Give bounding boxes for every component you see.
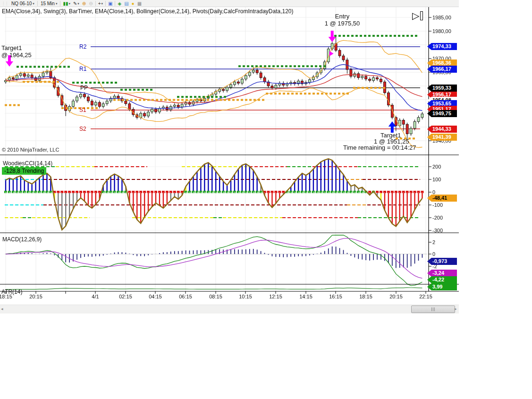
price-axis-tick: -100 (432, 202, 443, 208)
replay-marker[interactable]: ▷ (412, 11, 423, 20)
toolbar-separator (115, 1, 115, 6)
target1-top-annotation: Target1 @ 1964,25 (1, 44, 32, 59)
chevron-down-icon: ▾ (56, 0, 58, 7)
chart-trader-icon[interactable]: ▤ (123, 0, 130, 7)
crosshair-icon[interactable]: +▾ (97, 0, 104, 7)
bar-timer-label: Time remaining = 00:14:27 (343, 144, 416, 151)
zoom-in-icon[interactable]: ⊕ (81, 0, 87, 7)
target1-top-line2: @ 1964,25 (1, 51, 32, 59)
pivot-r2-label: R2 (79, 43, 86, 50)
time-axis-label: 06:15 (179, 294, 192, 299)
pivot-s1-label: S1 (79, 107, 86, 113)
time-axis-label: 20:15 (29, 294, 42, 299)
price-axis-tick: -300 (432, 228, 443, 233)
price-axis-tick: 0 (432, 189, 435, 195)
time-axis-label: 04:15 (149, 294, 162, 299)
cci-value-tag: -48,41 (427, 195, 457, 202)
chevron-down-icon: ▾ (33, 0, 34, 7)
entry-annotation: Entry 1 @ 1975,50 (312, 13, 373, 27)
copyright-text: © 2010 NinjaTrader, LLC (2, 147, 59, 153)
price-tag: 1949,75 (427, 110, 457, 117)
target1-top-line1: Target1 (1, 44, 32, 51)
chart-toolbar: ⋮⋮ NQ 06-10 ▾ 15 Min ▾ ▮▮▾✎▾⊕⊖+▾▣◈▤●▦ (0, 0, 459, 7)
atr-value-tag: 3,99 (427, 283, 457, 290)
toolbar-separator (95, 1, 96, 6)
account-icon[interactable]: ◈ (116, 0, 123, 7)
time-axis-label: 18:15 (0, 294, 12, 299)
price-tag: 1974,33 (427, 43, 457, 50)
pivot-s2-label: S2 (79, 126, 86, 132)
time-axis-label: 4/1 (92, 294, 99, 299)
time-axis-label: 18:15 (359, 294, 372, 299)
chart-window: ⋮⋮ NQ 06-10 ▾ 15 Min ▾ ▮▮▾✎▾⊕⊖+▾▣◈▤●▦ EM… (0, 0, 532, 399)
zoom-window-icon[interactable]: ▣ (107, 0, 114, 7)
price-axis-tick: 1985,00 (432, 15, 451, 20)
pause-bar-icon (420, 11, 423, 20)
macd-panel-label: MACD(12,26,9) (2, 236, 42, 243)
coin-icon[interactable]: ● (130, 0, 136, 7)
zoom-out-icon[interactable]: ⊖ (87, 0, 94, 7)
bar-style-icon[interactable]: ▮▮▾ (61, 0, 72, 7)
time-axis-label: 12:15 (269, 294, 282, 299)
macd-value-tag: -3,24 (427, 270, 457, 277)
price-axis-tick: 0 (432, 251, 435, 257)
price-tag: 1944,33 (427, 126, 457, 133)
toolbar-separator (60, 1, 60, 6)
macd-value-tag: -0,973 (427, 258, 457, 265)
horizontal-scrollbar[interactable]: ◂ ▸ (0, 305, 459, 314)
entry-line2: 1 @ 1975,50 (312, 20, 373, 27)
indicator-label: EMA(Close,34), Swing(3), BarTimer, EMA(C… (2, 8, 294, 15)
cci-trend-badge: -128,8 Trending (2, 167, 46, 175)
time-axis-label: 20:15 (389, 294, 403, 299)
time-axis-label: 16:15 (329, 294, 342, 299)
price-tag: 1968,36 (427, 59, 457, 67)
price-tag: 1966,17 (427, 66, 457, 73)
toolbar-separator (37, 1, 38, 6)
time-axis-label: 08:15 (209, 294, 222, 299)
macd-value-tag: -4,22 (427, 276, 457, 283)
scroll-right-icon[interactable]: ▸ (455, 306, 457, 311)
time-axis-label: 14:15 (299, 294, 312, 299)
instrument-selector[interactable]: NQ 06-10 ▾ (9, 0, 36, 7)
price-axis-tick: 200 (432, 164, 441, 170)
instrument-label: NQ 06-10 (11, 0, 32, 7)
time-axis-label: 10:15 (239, 294, 252, 299)
toolbar-separator (105, 1, 106, 6)
entry-line1: Entry (312, 13, 373, 20)
play-icon: ▷ (412, 11, 419, 20)
toolbar-icons: ▮▮▾✎▾⊕⊖+▾▣◈▤●▦ (61, 0, 143, 7)
chart-canvas[interactable] (0, 0, 459, 316)
toolbar-grip[interactable]: ⋮⋮ (0, 0, 9, 7)
time-axis-label: 22:15 (419, 294, 432, 299)
pivot-pp-label: PP (80, 85, 88, 91)
time-axis-label: 02:15 (119, 294, 132, 299)
interval-label: 15 Min (41, 0, 55, 7)
price-tag: 1959,33 (427, 85, 457, 92)
price-tag: 1941,39 (427, 134, 457, 141)
data-grid-icon[interactable]: ▦ (136, 0, 143, 7)
drawing-tools-icon[interactable]: ✎▾ (72, 0, 81, 7)
scroll-left-icon[interactable]: ◂ (1, 306, 3, 311)
pivot-r1-label: R1 (79, 66, 86, 72)
scrollbar-thumb[interactable] (411, 306, 455, 313)
cci-panel-label: WoodiesCCI(14,14) (3, 160, 52, 167)
price-axis-tick: 100 (432, 177, 441, 182)
price-axis-tick: 2 (432, 239, 435, 245)
price-axis-tick: -200 (432, 215, 443, 221)
price-axis-tick: 1980,00 (432, 28, 451, 34)
interval-selector[interactable]: 15 Min ▾ (39, 0, 59, 7)
